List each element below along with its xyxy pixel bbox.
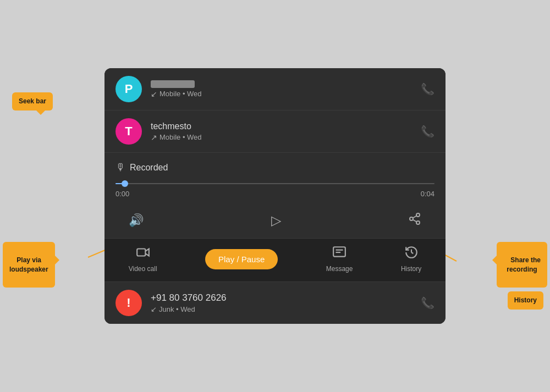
video-call-label: Video call bbox=[129, 265, 157, 273]
time-end: 0:04 bbox=[421, 190, 435, 198]
call-detail-junk: ↙ Junk • Wed bbox=[151, 305, 421, 313]
time-start: 0:00 bbox=[116, 190, 129, 198]
call-name-p bbox=[151, 80, 421, 88]
avatar-p: P bbox=[116, 76, 142, 102]
call-icon-p[interactable]: 📞 bbox=[421, 82, 435, 96]
call-entry-p[interactable]: P ↙ Mobile • Wed 📞 bbox=[105, 68, 446, 111]
play-pause-button[interactable]: Play / Pause bbox=[205, 249, 278, 269]
svg-line-7 bbox=[413, 220, 417, 222]
recorded-section: 🎙 Recorded 0:00 0:04 🔊 ▷ bbox=[105, 153, 446, 239]
phone-container: P ↙ Mobile • Wed 📞 T techmesto bbox=[105, 68, 446, 324]
message-label: Message bbox=[326, 265, 353, 273]
mic-icon: 🎙 bbox=[116, 162, 125, 173]
svg-point-6 bbox=[416, 221, 420, 224]
svg-point-5 bbox=[410, 217, 413, 220]
action-bar: Video call Play / Pause Message bbox=[105, 239, 446, 282]
arrow-junk: ↙ bbox=[151, 305, 157, 313]
action-history[interactable]: History bbox=[401, 245, 421, 273]
call-info-t: techmesto ↗ Mobile • Wed bbox=[151, 122, 421, 142]
svg-point-4 bbox=[416, 213, 420, 217]
recorded-label: 🎙 Recorded bbox=[116, 162, 435, 173]
seek-bar-track[interactable] bbox=[116, 183, 435, 184]
seek-bar-container[interactable] bbox=[116, 183, 435, 190]
svg-line-8 bbox=[413, 216, 417, 218]
call-detail-p: ↙ Mobile • Wed bbox=[151, 90, 421, 98]
call-entry-junk[interactable]: ! +91 80 3760 2626 ↙ Junk • Wed 📞 bbox=[105, 282, 446, 324]
name-blur bbox=[151, 80, 195, 88]
call-info-junk: +91 80 3760 2626 ↙ Junk • Wed bbox=[151, 292, 421, 313]
annotation-history: History bbox=[508, 291, 543, 310]
svg-line-14 bbox=[411, 252, 413, 253]
svg-rect-9 bbox=[137, 249, 145, 256]
call-info-p: ↙ Mobile • Wed bbox=[151, 80, 421, 98]
avatar-alert: ! bbox=[116, 290, 142, 316]
arrow-outgoing: ↗ bbox=[151, 133, 157, 142]
call-name-junk: +91 80 3760 2626 bbox=[151, 292, 421, 303]
call-icon-junk[interactable]: 📞 bbox=[421, 296, 435, 310]
play-triangle-button[interactable]: ▷ bbox=[269, 211, 283, 230]
avatar-t: T bbox=[116, 118, 142, 145]
annotation-seekbar: Seek bar bbox=[12, 92, 53, 111]
call-entry-t[interactable]: T techmesto ↗ Mobile • Wed 📞 bbox=[105, 111, 446, 153]
action-video-call[interactable]: Video call bbox=[129, 245, 157, 273]
annotation-loudspeaker: Play via loudspeaker bbox=[3, 242, 55, 288]
player-controls: 🔊 ▷ bbox=[116, 205, 435, 238]
message-icon bbox=[332, 245, 346, 263]
call-detail-t: ↗ Mobile • Wed bbox=[151, 133, 421, 142]
seek-thumb bbox=[122, 180, 128, 187]
page-wrapper: P ↙ Mobile • Wed 📞 T techmesto bbox=[0, 0, 550, 392]
call-name-t: techmesto bbox=[151, 122, 421, 131]
history-icon bbox=[404, 245, 419, 263]
share-icon-button[interactable] bbox=[406, 210, 424, 230]
action-message[interactable]: Message bbox=[326, 245, 353, 273]
time-labels: 0:00 0:04 bbox=[116, 190, 435, 198]
video-call-icon bbox=[136, 245, 150, 263]
call-icon-t[interactable]: 📞 bbox=[421, 125, 435, 138]
arrow-incoming: ↙ bbox=[151, 90, 157, 98]
annotation-share: Share the recording bbox=[497, 242, 547, 288]
loudspeaker-button[interactable]: 🔊 bbox=[127, 211, 146, 230]
history-label: History bbox=[401, 265, 421, 273]
